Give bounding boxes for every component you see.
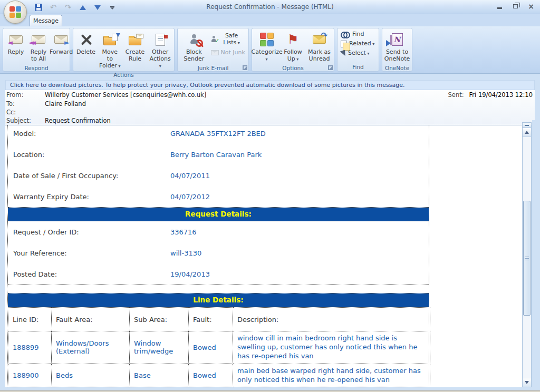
safe-lists-button[interactable]: ✓ Safe Lists [209,32,247,47]
next-item-button[interactable] [93,3,102,12]
other-actions-button[interactable]: Other Actions [148,30,172,71]
forward-button[interactable]: ► Forward [50,30,72,57]
redo-button[interactable]: ↷ [63,3,73,12]
related-pages-icon [341,41,347,47]
save-icon [35,4,42,11]
sent-timestamp: Sent:Fri 19/04/2013 12:10 [448,91,533,99]
move-to-folder-icon [103,37,116,45]
down-arrow-icon [94,5,101,10]
quick-access-toolbar: ↶ ↷ [31,2,122,13]
up-arrow-icon [80,5,86,10]
onenote-icon: N [392,33,403,46]
group-label-actions: Actions [73,71,174,79]
mark-as-unread-button[interactable]: ↷ Mark as Unread [306,30,332,64]
reply-button[interactable]: ◄ Reply [5,30,27,57]
customize-qat-button[interactable] [108,3,117,12]
options-dialog-launcher-icon[interactable] [328,65,333,70]
safe-lists-icon: ✓ [211,36,216,43]
save-button[interactable] [34,3,43,12]
field-row: Date of Sale / First Occupancy: 04/07/20… [8,165,429,186]
reply-to-all-button[interactable]: ◄◄ Reply to All [27,30,50,64]
table-row: 188899 Windows/Doors (External) Window t… [8,331,430,364]
line-details-header-row: Line ID: Fault Area: Sub Area: Fault: De… [8,308,430,331]
reply-envelope-icon: ◄ [9,35,23,44]
scrollbar-thumb[interactable] [523,201,531,316]
previous-item-button[interactable] [78,3,88,12]
ribbon-tab-row: Message [0,14,540,26]
scroll-up-button[interactable] [523,128,531,137]
message-window: Request Confirmation - Message (HTML) × … [0,0,540,392]
download-pictures-infobar[interactable]: Click here to download pictures. To help… [5,80,535,90]
scroll-down-button[interactable] [523,378,531,387]
group-label-onenote: OneNote [382,64,412,72]
group-options: Categorize ⚑ Follow Up ↷ Mark as Unread … [252,28,334,72]
undo-button[interactable]: ↶ [49,3,58,12]
cc-label: Cc: [6,109,16,116]
from-label: From: [6,91,23,99]
group-find: Find Related Select Find [337,28,379,72]
categorize-button[interactable]: Categorize [254,30,279,64]
ribbon: ◄ Reply ◄◄ Reply to All ► Forward Respon… [0,26,540,74]
request-details-section: Request / Order ID: 336716 Your Referenc… [8,221,429,285]
table-row: 188900 Beds Base Bowed main bed base war… [8,364,430,387]
create-rule-icon [129,37,141,45]
find-binoculars-icon [341,31,350,37]
field-row: Model: GRANADA 35FTX12FT 2BED [8,125,429,144]
group-junk: Block Sender ✓ Safe Lists Not Junk Junk … [177,28,249,72]
split-handle[interactable] [523,123,531,128]
vertical-scrollbar[interactable] [522,122,532,387]
from-value: Willerby Customer Services [csenquiries@… [45,91,206,99]
office-button[interactable] [4,1,27,24]
scroll-up-icon [525,131,529,134]
field-row: Warranty Expiry Date: 04/07/2012 [8,186,429,207]
field-row: Posted Date: 19/04/2013 [8,263,429,285]
follow-up-button[interactable]: ⚑ Follow Up [280,30,306,64]
select-button[interactable]: Select [339,50,371,57]
minimize-button[interactable] [495,3,504,10]
block-sender-icon [190,34,198,45]
categorize-icon [260,33,274,46]
to-value: Claire Folland [45,100,86,107]
subject-label: Subject: [6,117,31,124]
group-respond: ◄ Reply ◄◄ Reply to All ► Forward Respon… [3,28,70,72]
reply-all-envelope-icon: ◄◄ [32,35,45,44]
email-content-table: Model: GRANADA 35FTX12FT 2BED Location: … [7,125,429,387]
group-label-junk: Junk E-mail [178,64,248,72]
restore-button[interactable] [510,3,520,10]
mark-as-unread-icon: ↷ [313,35,326,44]
junk-dialog-launcher-icon[interactable] [243,65,247,70]
office-logo-icon [9,6,21,18]
line-details-heading: Line Details: [8,293,429,307]
delete-button[interactable]: Delete [75,30,97,57]
field-row: Request / Order ID: 336716 [8,221,429,242]
section-spacer [8,285,429,293]
forward-envelope-icon: ► [54,35,68,44]
field-row: Location: Berry Barton Caravan Park [8,144,429,165]
tab-message[interactable]: Message [30,15,62,26]
unit-info-section: Model: GRANADA 35FTX12FT 2BED Location: … [8,125,429,208]
group-actions: Delete Move to Folder Create Rule Other … [73,28,175,72]
create-rule-button[interactable]: Create Rule [123,30,148,64]
scroll-down-icon [525,381,529,384]
find-button[interactable]: Find [339,31,366,38]
group-label-options: Options [252,64,334,72]
not-junk-button[interactable]: Not Junk [209,49,247,57]
close-button[interactable]: × [526,3,536,10]
send-to-onenote-button[interactable]: N Send to OneNote [384,30,410,64]
request-details-heading: Request Details: [8,208,429,221]
more-icon [109,6,115,9]
group-onenote: N Send to OneNote OneNote [382,28,412,72]
related-button[interactable]: Related [339,40,376,48]
follow-up-flag-icon: ⚑ [287,33,299,46]
message-body[interactable]: Model: GRANADA 35FTX12FT 2BED Location: … [5,125,532,387]
group-label-respond: Respond [3,64,70,72]
group-label-find: Find [338,63,379,71]
block-sender-button[interactable]: Block Sender [179,30,209,64]
field-row: Your Reference: will-3130 [8,242,429,263]
other-actions-icon [156,34,165,46]
to-label: To: [6,100,15,107]
move-to-folder-button[interactable]: Move to Folder [98,30,122,71]
subject-value: Request Confirmation [45,117,111,124]
delete-x-icon [80,34,92,45]
line-details-table: Line ID: Fault Area: Sub Area: Fault: De… [8,307,430,387]
